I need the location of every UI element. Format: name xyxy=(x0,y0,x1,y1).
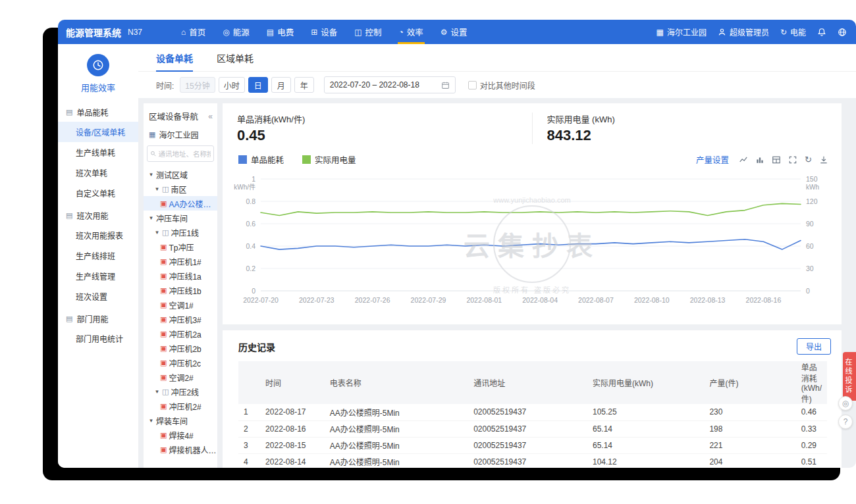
tree-expand-icon[interactable]: ▾ xyxy=(148,214,154,221)
tree-search-input[interactable] xyxy=(159,150,211,158)
sidebar-item[interactable]: 设备/区域单耗 xyxy=(58,122,138,142)
sidebar-item[interactable]: 部门用电统计 xyxy=(58,328,138,349)
help-button[interactable]: ? xyxy=(838,415,853,429)
granularity-button[interactable]: 月 xyxy=(271,77,291,93)
tree-node[interactable]: ▣冲压机2c xyxy=(144,355,217,370)
tree-node[interactable]: ▾焊装车间 xyxy=(144,413,217,428)
tree-node[interactable]: ▾◫南区 xyxy=(144,182,217,196)
svg-text:2022-07-26: 2022-07-26 xyxy=(355,296,390,304)
table-cell: 020052519437 xyxy=(468,420,587,437)
granularity-button[interactable]: 小时 xyxy=(219,77,245,93)
topnav-item-energy[interactable]: ◎能源 xyxy=(214,20,258,44)
tree-node[interactable]: ▾◫冲压2线 xyxy=(144,384,217,399)
meter-icon: ▣ xyxy=(160,359,167,367)
online-complaint-tab[interactable]: 在线投诉 xyxy=(843,352,856,401)
granularity-button[interactable]: 日 xyxy=(248,77,268,93)
sidebar-item[interactable]: 班次设置 xyxy=(58,286,138,307)
history-title: 历史记录 xyxy=(238,340,275,353)
topnav-item-efficiency[interactable]: ◔效率 xyxy=(390,20,432,44)
tree-node[interactable]: ▾◫冲压1线 xyxy=(144,225,217,239)
refresh-icon[interactable]: ↻ xyxy=(805,155,812,164)
meter-icon: ▣ xyxy=(160,402,167,411)
top-navigation: 能源管理系统 N37 ⌂首页◎能源▤电费⊞设备◫控制◔效率⚙设置 ▦ 海尔工业园… xyxy=(58,20,856,44)
date-range-picker[interactable]: 2022-07-20 – 2022-08-18 xyxy=(324,76,456,93)
collapse-panel-icon[interactable]: « xyxy=(208,112,213,121)
export-button[interactable]: 导出 xyxy=(797,338,831,355)
doc-icon: ▤ xyxy=(66,315,72,323)
app-window: 能源管理系统 N37 ⌂首页◎能源▤电费⊞设备◫控制◔效率⚙设置 ▦ 海尔工业园… xyxy=(58,20,856,468)
topnav-item-fee[interactable]: ▤电费 xyxy=(258,20,302,44)
tree-node[interactable]: ▣冲压机1# xyxy=(144,254,217,268)
sidebar-item[interactable]: 班次单耗 xyxy=(58,163,138,183)
tree-node[interactable]: ▣AA办公楼照明... xyxy=(144,196,217,211)
tree-node[interactable]: ▾冲压车间 xyxy=(144,211,217,225)
language-button[interactable] xyxy=(838,28,847,37)
fullscreen-icon[interactable] xyxy=(788,155,797,164)
tree-node-label: 测试区域 xyxy=(156,169,188,180)
svg-text:0.2: 0.2 xyxy=(246,265,255,272)
energy-type-switcher[interactable]: ↻ 电能 xyxy=(780,26,806,38)
sidebar-item[interactable]: 生产线排班 xyxy=(58,245,138,266)
sidebar-item[interactable]: 自定义单耗 xyxy=(58,183,138,203)
granularity-button[interactable]: 年 xyxy=(294,77,314,93)
topnav-item-settings[interactable]: ⚙设置 xyxy=(432,20,476,44)
tab-设备单耗[interactable]: 设备单耗 xyxy=(156,44,193,71)
table-row[interactable]: 42022-08-14AA办公楼照明-5Min020052519437104.1… xyxy=(238,453,827,468)
notifications-button[interactable] xyxy=(817,28,826,37)
tree-node[interactable]: ▣冲压机2# xyxy=(144,399,217,413)
table-view-icon[interactable] xyxy=(772,155,781,164)
download-icon[interactable] xyxy=(819,155,828,164)
tree-node[interactable]: ▾测试区域 xyxy=(144,167,217,182)
table-row[interactable]: 12022-08-17AA办公楼照明-5Min020052519437105.2… xyxy=(238,404,827,420)
legend-swatch-blue xyxy=(238,155,247,164)
tree-expand-icon[interactable]: ▾ xyxy=(154,229,160,236)
user-menu[interactable]: 超级管理员 xyxy=(718,26,769,38)
sidebar-item[interactable]: 生产线单耗 xyxy=(58,142,138,163)
tree-node[interactable]: ▣冲压线1b xyxy=(144,283,217,297)
park-switcher[interactable]: ▦ 海尔工业园 xyxy=(656,26,707,38)
sidebar-title: 用能效率 xyxy=(58,81,138,93)
tree-node[interactable]: ▣冲压机2a xyxy=(144,326,217,341)
topnav-item-device[interactable]: ⊞设备 xyxy=(302,20,346,44)
production-settings-link[interactable]: 产量设置 xyxy=(696,153,729,166)
tree-node-label: AA办公楼照明... xyxy=(169,198,217,209)
tree-node[interactable]: ▣Tp冲压 xyxy=(144,239,217,254)
sidebar-item[interactable]: 班次用能报表 xyxy=(58,225,138,245)
tree-node[interactable]: ▣冲压机2b xyxy=(144,341,217,355)
tab-区域单耗[interactable]: 区域单耗 xyxy=(217,44,254,71)
tree-expand-icon[interactable]: ▾ xyxy=(148,171,154,178)
tree-expand-icon[interactable]: ▾ xyxy=(154,186,160,192)
tree-expand-icon[interactable]: ▾ xyxy=(148,417,154,424)
tree-expand-icon[interactable]: ▾ xyxy=(154,388,160,395)
table-row[interactable]: 32022-08-15AA办公楼照明-5Min02005251943765.14… xyxy=(238,437,827,453)
sidebar-menu: ▤单品能耗设备/区域单耗生产线单耗班次单耗自定义单耗▤班次用能班次用能报表生产线… xyxy=(58,100,138,349)
compare-period-checkbox[interactable] xyxy=(468,81,477,89)
stat-value: 0.45 xyxy=(237,127,532,144)
feedback-button[interactable]: ◎ xyxy=(838,396,853,411)
legend-swatch-green xyxy=(302,155,311,164)
legend-actual-usage[interactable]: 实际用电量 xyxy=(302,153,356,166)
topnav-item-home[interactable]: ⌂首页 xyxy=(173,20,214,44)
table-row[interactable]: 22022-08-16AA办公楼照明-5Min02005251943765.14… xyxy=(238,420,827,437)
bar-chart-icon[interactable] xyxy=(755,155,764,164)
topnav-item-control[interactable]: ◫控制 xyxy=(346,20,390,44)
tree-node[interactable]: ▣焊接机器人C5 xyxy=(144,442,217,457)
tree-node[interactable]: ▣冲压线1a xyxy=(144,268,217,283)
tree-node-label: 冲压机2# xyxy=(169,401,201,412)
sidebar-item[interactable]: 生产线管理 xyxy=(58,266,138,286)
tree-node-label: 空调1# xyxy=(169,299,193,311)
tree-node[interactable]: ▣空调1# xyxy=(144,297,217,312)
legend-unit-consumption[interactable]: 单品能耗 xyxy=(238,153,284,166)
table-header-cell: 通讯地址 xyxy=(468,361,587,404)
tree-node[interactable]: ▣焊接4# xyxy=(144,428,217,442)
tree-node-label: Tp冲压 xyxy=(169,241,194,253)
svg-text:120: 120 xyxy=(806,197,818,205)
tree-node[interactable]: ▣冲压机3# xyxy=(144,312,217,326)
tree-node[interactable]: ▣空调2# xyxy=(144,370,217,384)
help-icon: ? xyxy=(843,417,848,426)
tree-park-root[interactable]: ▦ 海尔工业园 xyxy=(144,128,217,145)
svg-text:2022-07-29: 2022-07-29 xyxy=(411,296,446,304)
meter-icon: ▣ xyxy=(160,272,167,280)
trend-chart-icon[interactable] xyxy=(739,155,748,164)
table-cell: 230 xyxy=(704,404,795,420)
